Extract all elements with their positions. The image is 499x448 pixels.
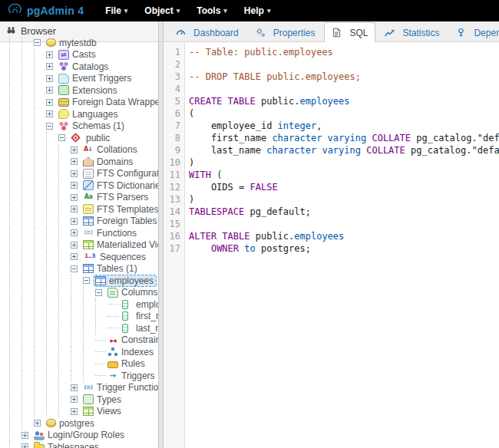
- tree-item-columns-3[interactable]: Columns (3): [9, 287, 158, 299]
- tree-item-sequences[interactable]: Sequences: [9, 251, 158, 263]
- tree-item-label: Collations: [97, 144, 137, 155]
- expand-icon[interactable]: [71, 408, 78, 415]
- tree-item-fts-dictionaries[interactable]: FTS Dictionaries: [9, 180, 158, 192]
- expand-icon[interactable]: [46, 87, 53, 94]
- tree-item-tables-1[interactable]: Tables (1): [9, 263, 158, 275]
- tree-guide-line: [9, 73, 21, 85]
- tree-item-languages[interactable]: Languages: [9, 108, 158, 120]
- expand-icon[interactable]: [71, 182, 78, 189]
- expand-icon[interactable]: [46, 99, 53, 106]
- expand-icon[interactable]: [71, 194, 78, 201]
- expand-icon[interactable]: [46, 110, 53, 117]
- tree-guide-line: [46, 406, 58, 418]
- tree-item-views[interactable]: Views: [9, 406, 158, 418]
- expand-icon[interactable]: [71, 218, 78, 225]
- tab-dependencies[interactable]: Dependencies: [448, 23, 499, 41]
- tree-item-event-triggers[interactable]: Event Triggers: [9, 73, 158, 85]
- expand-icon[interactable]: [71, 253, 78, 260]
- expand-icon[interactable]: [71, 158, 78, 165]
- tree-guide-line: [21, 298, 34, 311]
- expand-icon[interactable]: [71, 396, 78, 403]
- collapse-icon[interactable]: [95, 289, 102, 296]
- tree-item-catalogs[interactable]: Catalogs: [9, 61, 158, 73]
- menu-file[interactable]: File▾: [105, 5, 127, 16]
- tree-item-fts-configurations[interactable]: FTS Configurations: [9, 168, 158, 180]
- tree-item-materialized-views[interactable]: Materialized Views: [9, 239, 158, 252]
- collapse-icon[interactable]: [46, 123, 53, 130]
- tree-item-foreign-data-wrappers[interactable]: Foreign Data Wrappers: [9, 97, 158, 109]
- collapse-icon[interactable]: [58, 134, 65, 141]
- tree-item-triggers[interactable]: Triggers: [9, 370, 158, 382]
- tree-item-mytestdb[interactable]: mytestdb: [9, 37, 158, 49]
- menu-object[interactable]: Object▾: [144, 5, 180, 16]
- collapse-icon[interactable]: [34, 39, 41, 46]
- menu-tools[interactable]: Tools▾: [197, 5, 227, 16]
- tree-item-extensions[interactable]: Extensions: [9, 84, 158, 97]
- expand-icon[interactable]: [46, 63, 53, 70]
- tree-guide-line: [9, 311, 21, 323]
- tab-sql[interactable]: SQL: [324, 22, 375, 42]
- tree-connector: [95, 375, 106, 376]
- tree-item-employee-id[interactable]: employee_id: [9, 298, 158, 311]
- tree-item-label: Views: [97, 406, 121, 417]
- expand-icon[interactable]: [46, 51, 53, 58]
- tab-dashboard[interactable]: Dashboard: [168, 23, 246, 41]
- tree-item-schemas-1[interactable]: Schemas (1): [9, 120, 158, 133]
- tree-guide-line: [9, 132, 21, 144]
- collapse-icon[interactable]: [71, 265, 78, 272]
- tree-item-foreign-tables[interactable]: Foreign Tables: [9, 216, 158, 228]
- tab-properties[interactable]: Properties: [248, 23, 323, 41]
- tree-item-functions[interactable]: Functions: [9, 227, 158, 239]
- browser-panel: Browser mytestdbCastsCatalogsEvent Trigg…: [0, 21, 158, 448]
- tree-guide-line: [34, 156, 46, 168]
- tree-item-fts-parsers[interactable]: FTS Parsers: [9, 192, 158, 204]
- tree-node: Foreign Tables: [81, 215, 158, 227]
- expand-icon[interactable]: [71, 384, 78, 391]
- tree-item-tablespaces[interactable]: Tablespaces: [9, 441, 158, 448]
- tree-item-fts-templates[interactable]: FTS Templates: [9, 203, 158, 216]
- tree-item-indexes[interactable]: Indexes: [9, 346, 158, 358]
- tree-guide-line: [9, 239, 21, 252]
- tree-item-collations[interactable]: Collations: [9, 144, 158, 156]
- tree-item-domains[interactable]: Domains: [9, 156, 158, 168]
- tree-node: Catalogs: [57, 61, 111, 73]
- expand-icon[interactable]: [71, 147, 78, 153]
- tree-guide-line: [58, 203, 71, 216]
- tree-guide-line: [21, 156, 34, 168]
- expand-icon[interactable]: [46, 75, 53, 82]
- tree-item-public[interactable]: public: [9, 132, 158, 144]
- tree-item-last-name[interactable]: last_name: [9, 322, 158, 334]
- expand-icon[interactable]: [71, 206, 78, 212]
- tree-guide-line: [46, 382, 58, 394]
- tab-statistics[interactable]: Statistics: [377, 23, 447, 41]
- expand-icon[interactable]: [21, 432, 28, 439]
- tree-item-first-name[interactable]: first_name: [9, 311, 158, 323]
- tree-node: employee_id: [118, 298, 158, 311]
- tree-guide-line: [21, 394, 34, 406]
- expand-icon[interactable]: [71, 229, 78, 236]
- expand-icon[interactable]: [21, 443, 28, 448]
- tree-item-casts[interactable]: Casts: [9, 49, 158, 61]
- views-icon: [83, 407, 94, 416]
- expand-icon[interactable]: [71, 242, 78, 249]
- tree-guide-line: [34, 298, 46, 311]
- panel-splitter[interactable]: [158, 21, 164, 448]
- tree-item-rules[interactable]: Rules: [9, 358, 158, 371]
- tree-node: Functions: [81, 227, 140, 239]
- collapse-icon[interactable]: [83, 277, 90, 284]
- tree-item-employees[interactable]: employees: [9, 275, 158, 287]
- tree-guide-line: [34, 334, 46, 347]
- catalogs-icon: [58, 61, 69, 71]
- sql-code-area[interactable]: -- Table: public.employees -- DROP TABLE…: [185, 42, 499, 448]
- expand-icon[interactable]: [34, 420, 41, 427]
- menu-help[interactable]: Help▾: [244, 5, 271, 16]
- tree-item-postgres[interactable]: postgres: [9, 417, 158, 430]
- tree-item-login-group-roles[interactable]: Login/Group Roles: [9, 430, 158, 442]
- expand-icon[interactable]: [71, 170, 78, 177]
- tree-item-types[interactable]: Types: [9, 394, 158, 406]
- line-number: 11: [164, 169, 180, 181]
- tree-item-trigger-functions[interactable]: Trigger Functions: [9, 382, 158, 394]
- tree-item-label: public: [86, 133, 110, 143]
- tablespaces-icon: [34, 444, 45, 448]
- tree-item-constraints[interactable]: Constraints: [9, 334, 158, 347]
